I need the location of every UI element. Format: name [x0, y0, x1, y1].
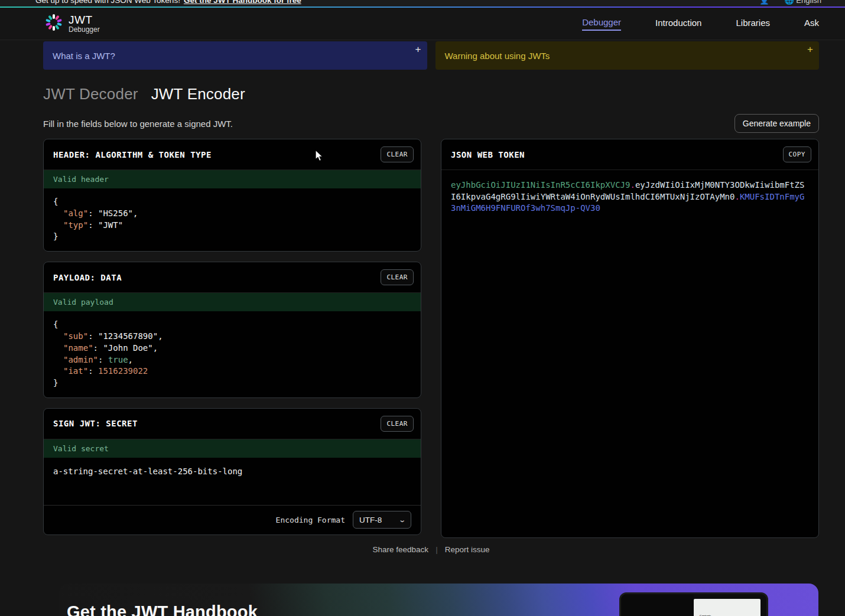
json-value: true — [108, 355, 128, 364]
secret-clear-button[interactable]: CLEAR — [381, 416, 414, 432]
token-card-title: JSON WEB TOKEN — [451, 150, 525, 159]
header-status-badge: Valid header — [44, 170, 421, 188]
what-is-jwt-label: What is a JWT? — [53, 51, 115, 61]
encoding-format-value: UTF-8 — [359, 516, 382, 524]
jwt-dot: . — [630, 180, 635, 190]
header-clear-button[interactable]: CLEAR — [381, 146, 414, 162]
payload-status-badge: Valid payload — [44, 293, 421, 311]
secret-card: SIGN JWT: SECRET CLEAR Valid secret a-st… — [43, 408, 421, 535]
jwt-header-segment: eyJhbGciOiJIUzI1NiIsInR5cCI6IkpXVCJ9 — [451, 180, 630, 190]
report-issue-link[interactable]: Report issue — [445, 545, 490, 554]
json-key: "admin" — [63, 355, 98, 364]
json-value: "1234567890" — [98, 331, 158, 341]
promo-handbook-link[interactable]: Get the JWT Handbook for free — [184, 0, 301, 5]
json-key: "iat" — [63, 366, 88, 376]
tab-jwt-decoder[interactable]: JWT Decoder — [43, 85, 138, 103]
jwt-warning-label: Warning about using JWTs — [445, 51, 550, 61]
header-card-title: HEADER: ALGORITHM & TOKEN TYPE — [53, 150, 212, 159]
json-value: 1516239022 — [98, 366, 148, 376]
json-value: "John Doe" — [103, 343, 152, 353]
promo-banner: Get up to speed with JSON Web Tokens! Ge… — [0, 0, 845, 6]
json-key: "sub" — [63, 331, 88, 341]
nav-introduction[interactable]: Introduction — [655, 18, 701, 30]
payload-clear-button[interactable]: CLEAR — [381, 269, 414, 285]
json-key: "name" — [63, 343, 93, 353]
language-selector[interactable]: 🌐 English — [785, 0, 822, 5]
handbook-title: Get the JWT Handbook — [67, 602, 258, 616]
handbook-page: Contents — [694, 599, 760, 616]
secret-input[interactable]: a-string-secret-at-least-256-bits-long — [44, 458, 421, 505]
token-copy-button[interactable]: COPY — [783, 146, 812, 162]
encoding-format-label: Encoding Format — [276, 516, 345, 524]
chevron-down-icon: ⌄ — [398, 516, 406, 524]
brand-subtitle: Debugger — [69, 26, 100, 34]
json-web-token-card: JSON WEB TOKEN COPY eyJhbGciOiJIUzI1NiIs… — [441, 139, 819, 538]
expand-plus-icon[interactable]: + — [415, 44, 421, 56]
jwt-dot: . — [734, 192, 739, 201]
json-key: "alg" — [63, 208, 88, 218]
json-key: "typ" — [63, 220, 88, 230]
jwt-warning-banner[interactable]: Warning about using JWTs + — [436, 41, 820, 70]
handbook-tablet-image: Contents — [619, 592, 768, 616]
json-value: "HS256" — [98, 208, 133, 218]
page-subtitle: Fill in the fields below to generate a s… — [43, 119, 233, 129]
user-icon[interactable]: 👤 — [759, 0, 769, 5]
encoding-format-select[interactable]: UTF-8 ⌄ — [353, 511, 411, 529]
payload-card-title: PAYLOAD: DATA — [53, 273, 122, 282]
secret-status-badge: Valid secret — [44, 439, 421, 458]
share-feedback-link[interactable]: Share feedback — [373, 545, 429, 554]
top-nav: JWT Debugger Debugger Introduction Libra… — [0, 8, 845, 40]
footer-divider: | — [436, 545, 438, 554]
brand-title: JWT — [69, 14, 100, 26]
expand-plus-icon[interactable]: + — [807, 44, 813, 56]
json-value: "JWT" — [98, 220, 123, 230]
jwt-handbook-banner[interactable]: Get the JWT Handbook — [59, 584, 818, 616]
header-json-editor[interactable]: { "alg": "HS256", "typ": "JWT" } — [44, 188, 421, 251]
nav-libraries[interactable]: Libraries — [736, 18, 770, 30]
mode-tabs: JWT Decoder JWT Encoder — [43, 85, 819, 103]
jwt-burst-icon — [45, 14, 63, 34]
encoder-left-column: HEADER: ALGORITHM & TOKEN TYPE CLEAR Val… — [43, 139, 421, 535]
generate-example-button[interactable]: Generate example — [734, 114, 819, 133]
secret-card-title: SIGN JWT: SECRET — [53, 419, 138, 428]
jwt-logo[interactable]: JWT Debugger — [45, 14, 100, 34]
promo-text: Get up to speed with JSON Web Tokens! — [35, 0, 180, 5]
nav-debugger[interactable]: Debugger — [582, 17, 621, 31]
encoded-jwt-output[interactable]: eyJhbGciOiJIUzI1NiIsInR5cCI6IkpXVCJ9.eyJ… — [441, 170, 818, 224]
tab-jwt-encoder[interactable]: JWT Encoder — [151, 85, 245, 103]
payload-card: PAYLOAD: DATA CLEAR Valid payload { "sub… — [43, 262, 421, 398]
what-is-jwt-banner[interactable]: What is a JWT? + — [43, 41, 427, 70]
payload-json-editor[interactable]: { "sub": "1234567890", "name": "John Doe… — [44, 311, 421, 397]
nav-ask[interactable]: Ask — [804, 18, 819, 30]
header-card: HEADER: ALGORITHM & TOKEN TYPE CLEAR Val… — [43, 139, 421, 252]
nav-links: Debugger Introduction Libraries Ask — [582, 17, 819, 31]
globe-icon: 🌐 — [785, 0, 794, 5]
